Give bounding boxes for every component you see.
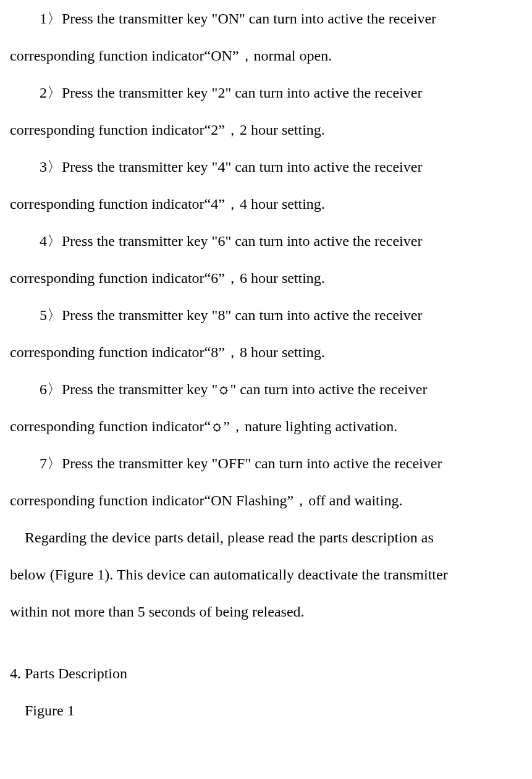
item-text: 7〉Press the transmitter key "OFF" can tu… <box>40 455 442 471</box>
list-item-continue: corresponding function indicator“6”，6 ho… <box>10 259 522 297</box>
item-text: 4〉Press the transmitter key "6" can turn… <box>40 233 422 249</box>
list-item: 4〉Press the transmitter key "6" can turn… <box>10 222 522 259</box>
document-page: 1〉Press the transmitter key "ON" can tur… <box>0 0 532 729</box>
item-text: corresponding function indicator“8”，8 ho… <box>10 344 325 360</box>
list-item: 5〉Press the transmitter key "8" can turn… <box>10 297 522 334</box>
list-item: 3〉Press the transmitter key "4" can turn… <box>10 148 522 185</box>
item-text: 2〉Press the transmitter key "2" can turn… <box>40 85 422 101</box>
paragraph-text: Regarding the device parts detail, pleas… <box>25 529 434 545</box>
item-text: corresponding function indicator“ON Flas… <box>10 492 402 508</box>
list-item-continue: corresponding function indicator“8”，8 ho… <box>10 334 522 371</box>
svg-line-7 <box>221 393 222 394</box>
item-text: ”，nature lighting activation. <box>223 418 397 434</box>
paragraph-text: within not more than 5 seconds of being … <box>10 604 305 620</box>
svg-line-16 <box>214 430 215 431</box>
list-item: 6〉Press the transmitter key "" can turn … <box>10 371 522 408</box>
heading-text: 4. Parts Description <box>10 665 127 681</box>
paragraph-text: below (Figure 1). This device can automa… <box>10 566 448 583</box>
item-text: corresponding function indicator“ <box>10 418 211 434</box>
item-text: 1〉Press the transmitter key "ON" can tur… <box>40 11 436 27</box>
list-item-continue: corresponding function indicator“”，natur… <box>10 408 522 445</box>
svg-line-6 <box>226 393 227 394</box>
list-item-continue: corresponding function indicator“2”，2 ho… <box>10 111 522 148</box>
item-text: " can turn into active the receiver <box>230 381 427 397</box>
item-text: corresponding function indicator“2”，2 ho… <box>10 122 325 138</box>
item-text: corresponding function indicator“ON”，nor… <box>10 48 332 64</box>
item-text: 5〉Press the transmitter key "8" can turn… <box>40 307 422 323</box>
list-item-continue: corresponding function indicator“4”，4 ho… <box>10 185 522 222</box>
paragraph: below (Figure 1). This device can automa… <box>10 556 522 593</box>
svg-line-15 <box>219 430 220 431</box>
section-heading: 4. Parts Description <box>10 655 522 692</box>
figure-label-text: Figure 1 <box>25 702 75 718</box>
svg-point-9 <box>214 425 220 431</box>
item-text: 3〉Press the transmitter key "4" can turn… <box>40 159 422 175</box>
item-text: corresponding function indicator“4”，4 ho… <box>10 196 325 212</box>
paragraph: Regarding the device parts detail, pleas… <box>10 519 522 556</box>
svg-line-5 <box>221 388 222 389</box>
item-text: corresponding function indicator“6”，6 ho… <box>10 270 325 286</box>
svg-line-17 <box>219 425 220 426</box>
svg-line-14 <box>214 425 215 426</box>
sun-icon <box>218 385 229 396</box>
figure-label: Figure 1 <box>10 692 522 729</box>
list-item: 2〉Press the transmitter key "2" can turn… <box>10 74 522 111</box>
list-item-continue: corresponding function indicator“ON Flas… <box>10 482 522 519</box>
svg-point-0 <box>221 388 227 394</box>
sun-icon <box>211 422 222 433</box>
list-item-continue: corresponding function indicator“ON”，nor… <box>10 37 522 74</box>
paragraph: within not more than 5 seconds of being … <box>10 593 522 630</box>
svg-line-8 <box>226 388 227 389</box>
list-item: 7〉Press the transmitter key "OFF" can tu… <box>10 445 522 482</box>
list-item: 1〉Press the transmitter key "ON" can tur… <box>10 0 522 37</box>
item-text: 6〉Press the transmitter key " <box>40 381 217 397</box>
